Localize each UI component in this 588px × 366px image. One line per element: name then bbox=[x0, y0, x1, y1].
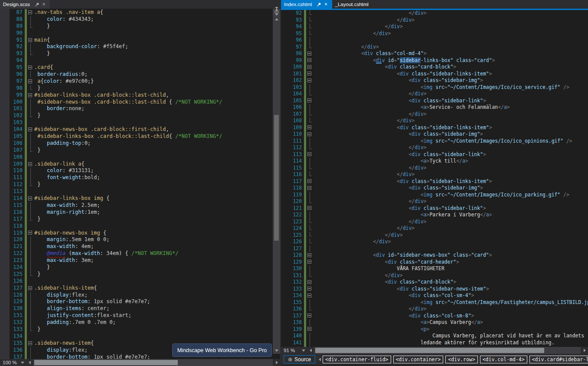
code-line-117[interactable]: 117 <div class="sidebar-links-item"> bbox=[281, 178, 588, 185]
code-text[interactable]: justify-content:flex-start; bbox=[34, 312, 131, 319]
code-line-115[interactable]: 115 </div> bbox=[281, 165, 588, 172]
scroll-right-icon[interactable] bbox=[273, 361, 280, 364]
fold-collapse-icon[interactable] bbox=[27, 230, 34, 237]
code-line-133[interactable]: 133 } bbox=[0, 326, 273, 333]
fold-collapse-icon[interactable] bbox=[27, 37, 34, 44]
code-text[interactable]: <div class="col-sm-8"> bbox=[314, 313, 474, 320]
code-line-123[interactable]: 123 </div> bbox=[281, 219, 588, 225]
code-line-139[interactable]: 139 <p> bbox=[281, 326, 588, 333]
pin-icon[interactable] bbox=[316, 1, 322, 7]
code-line-127[interactable]: 127.sidebar-links-item{ bbox=[0, 285, 273, 292]
mindscape-gopro-popup[interactable]: Mindscape Web Workbench - Go Pro bbox=[172, 343, 272, 357]
code-text[interactable]: <div class="card-header"> bbox=[314, 259, 459, 266]
code-line-128[interactable]: 128 <div id="sidebar-news-box" class="ca… bbox=[281, 252, 588, 259]
code-text[interactable]: margin-right:1em; bbox=[34, 209, 100, 216]
code-line-140[interactable]: 140 Campus Varberg, placerat vid havet ä… bbox=[281, 333, 588, 340]
code-text[interactable]: </div> bbox=[314, 144, 427, 151]
tab-index-cshtml[interactable]: Index.cshtml × bbox=[281, 0, 332, 9]
code-line-110[interactable]: 110 <div class="sidebar-img"> bbox=[281, 131, 588, 138]
code-line-94[interactable]: 94 </div> bbox=[281, 23, 588, 30]
code-line-127[interactable]: 127 bbox=[281, 245, 588, 252]
code-line-101[interactable]: 101 <div class="sidebar-links-item"> bbox=[281, 71, 588, 78]
code-text[interactable]: Campus Varberg, placerat vid havet är en… bbox=[314, 333, 584, 340]
code-text[interactable]: border-bottom: 1px solid #e7e7e7; bbox=[34, 298, 150, 305]
code-text[interactable]: #sidebar-links-box .card-block::last-chi… bbox=[34, 133, 222, 140]
code-text[interactable]: </div> bbox=[314, 91, 427, 98]
code-text[interactable]: VÅRA FASTIGHETER bbox=[314, 265, 444, 272]
code-line-113[interactable]: 113 bbox=[0, 188, 273, 195]
code-line-95[interactable]: 95 </div> bbox=[281, 30, 588, 37]
code-text[interactable]: border-bottom: 1px solid #e7e7e7; bbox=[34, 354, 150, 359]
code-line-108[interactable]: 108 bbox=[0, 154, 273, 161]
code-text[interactable]: <div class="card-block"> bbox=[314, 64, 456, 71]
code-line-112[interactable]: 112 </div> bbox=[281, 144, 588, 151]
code-line-105[interactable]: 105 <div class="sidebar-link"> bbox=[281, 98, 588, 105]
code-text[interactable]: color: #434343; bbox=[34, 16, 94, 23]
fold-collapse-icon[interactable] bbox=[27, 285, 34, 292]
code-text[interactable]: ledande aktörer för yrkesinriktad utbild… bbox=[314, 340, 555, 346]
code-text[interactable]: } bbox=[34, 271, 40, 278]
fold-collapse-icon[interactable] bbox=[27, 195, 34, 202]
code-text[interactable]: </div> bbox=[314, 232, 403, 239]
tag-navigator-item[interactable]: <div.row> bbox=[445, 356, 477, 363]
code-text[interactable]: <p> bbox=[314, 326, 429, 333]
code-line-108[interactable]: 108 </div> bbox=[281, 118, 588, 124]
code-line-141[interactable]: 141 ledande aktörer för yrkesinriktad ut… bbox=[281, 340, 588, 346]
code-text[interactable]: <div class="sidebar-links-item"> bbox=[314, 71, 492, 78]
code-text[interactable]: <div class="sidebar-link"> bbox=[314, 205, 486, 212]
code-text[interactable]: } bbox=[34, 50, 50, 57]
code-text[interactable]: </div> bbox=[314, 30, 391, 37]
code-text[interactable]: <a>Campus Varberg</a> bbox=[314, 319, 483, 326]
fold-collapse-icon[interactable] bbox=[306, 286, 314, 293]
fold-collapse-icon[interactable] bbox=[306, 131, 314, 138]
code-line-132[interactable]: 132 <div class="card-block"> bbox=[281, 279, 588, 286]
code-line-119[interactable]: 119 <img src="~/Content/Images/Ico/ico_p… bbox=[281, 192, 588, 199]
code-text[interactable]: padding-top:0; bbox=[34, 140, 91, 147]
tab-design-scss[interactable]: Design.scss × bbox=[0, 0, 50, 9]
code-text[interactable]: main{ bbox=[34, 37, 50, 44]
code-line-122[interactable]: 122 @media (max-width: 34em) { /*NOT WOR… bbox=[0, 250, 273, 257]
code-text[interactable]: } bbox=[34, 23, 50, 30]
code-line-113[interactable]: 113 <div class="sidebar-link"> bbox=[281, 151, 588, 158]
code-line-137[interactable]: 137 <div class="col-sm-8"> bbox=[281, 313, 588, 320]
code-line-134[interactable]: 134 <div class="col-sm-4"> bbox=[281, 292, 588, 299]
scroll-down-icon[interactable] bbox=[273, 347, 280, 354]
code-line-121[interactable]: 121 <div class="sidebar-link"> bbox=[281, 205, 588, 212]
code-line-104[interactable]: 104 </div> bbox=[281, 91, 588, 98]
horizontal-scrollbar-thumb[interactable] bbox=[315, 348, 544, 353]
code-line-131[interactable]: 131 justify-content:flex-start; bbox=[0, 312, 273, 319]
code-line-109[interactable]: 109.sidebar-link a{ bbox=[0, 161, 273, 168]
code-line-96[interactable]: 96 bbox=[281, 37, 588, 44]
pin-icon[interactable] bbox=[34, 1, 40, 7]
code-text[interactable]: <div class="col-sm-4"> bbox=[314, 292, 474, 299]
code-text[interactable]: <div class="sidebar-link"> bbox=[314, 98, 486, 105]
code-text[interactable]: } bbox=[34, 216, 40, 223]
code-line-91[interactable]: 91main{ bbox=[0, 37, 273, 44]
zoom-level-select[interactable]: 100 % bbox=[0, 360, 19, 365]
zoom-level-select[interactable]: 91 % bbox=[281, 348, 300, 353]
tag-navigator-item[interactable]: <div.col-md-4> bbox=[480, 356, 527, 363]
code-line-116[interactable]: 116 margin-right:1em; bbox=[0, 209, 273, 216]
code-line-132[interactable]: 132 padding:.7em 0 .7em 0; bbox=[0, 319, 273, 326]
code-line-111[interactable]: 111 font-weight:bold; bbox=[0, 174, 273, 181]
code-text[interactable]: <div class="card-block"> bbox=[314, 279, 456, 286]
code-line-115[interactable]: 115 max-width: 2.5em; bbox=[0, 202, 273, 209]
tag-navigator-item[interactable]: <div.card#sidebar-links-b...> bbox=[529, 356, 588, 363]
code-text[interactable]: </div> bbox=[314, 306, 427, 313]
scroll-right-icon[interactable] bbox=[581, 349, 588, 352]
code-text[interactable]: margin:.5em 1em 0 0; bbox=[34, 236, 109, 243]
code-text[interactable]: </div> bbox=[314, 198, 427, 205]
left-vertical-scrollbar[interactable] bbox=[273, 9, 280, 354]
code-line-98[interactable]: 98 <div class="col-md-4"> bbox=[281, 50, 588, 57]
fold-collapse-icon[interactable] bbox=[306, 71, 314, 78]
code-line-92[interactable]: 92 background-color: #f5f4ef; bbox=[0, 43, 273, 50]
code-line-106[interactable]: 106 <a>Service- och Felanmälan</a> bbox=[281, 104, 588, 111]
zoom-dropdown-icon[interactable] bbox=[300, 350, 307, 352]
code-text[interactable]: </div> bbox=[314, 219, 427, 225]
code-text[interactable]: .sidebar-links-item{ bbox=[34, 285, 97, 292]
code-line-103[interactable]: 103 <img src="~/Content/Images/Ico/ico_s… bbox=[281, 84, 588, 91]
code-text[interactable]: a{color: #e97c00;} bbox=[34, 78, 94, 85]
code-line-98[interactable]: 98 } bbox=[0, 85, 273, 92]
code-line-89[interactable]: 89 } bbox=[0, 23, 273, 30]
code-text[interactable]: </div> bbox=[314, 171, 415, 178]
